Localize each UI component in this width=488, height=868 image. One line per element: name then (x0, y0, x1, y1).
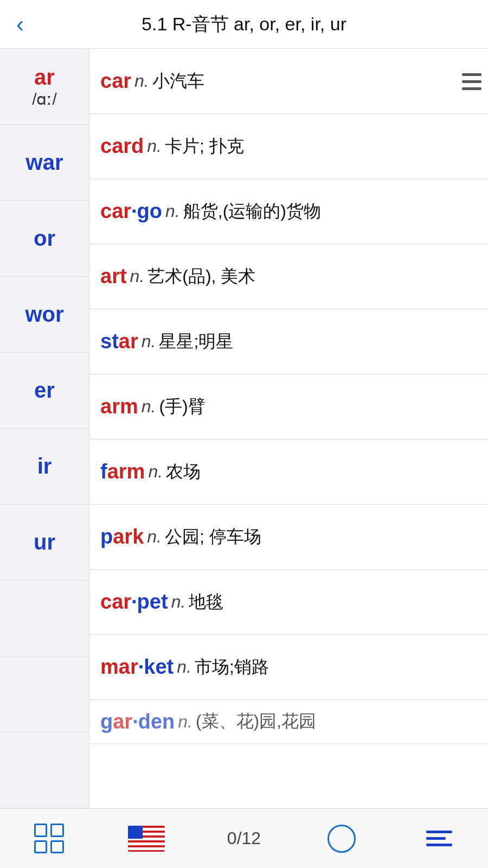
word-market-prefix: mar (100, 655, 138, 679)
grid-cell-1 (34, 824, 48, 837)
circle-icon (328, 825, 356, 853)
word-carpet-pos: n. (171, 592, 186, 612)
sidebar-item-ar[interactable]: ar /ɑː/ (0, 49, 89, 125)
word-garden-def: (菜、花)园,花园 (196, 710, 316, 733)
word-market-suffix: ·ket (138, 655, 174, 679)
menu-line-1 (462, 73, 481, 76)
sidebar-item-war[interactable]: war (0, 125, 89, 201)
word-garden-prefix: g (100, 710, 113, 733)
word-farm-def: 农场 (166, 460, 201, 484)
word-cargo-pos: n. (165, 201, 180, 221)
menu-line-2 (462, 80, 481, 83)
grid-cell-2 (50, 824, 64, 837)
nav-circle-button[interactable] (293, 825, 390, 853)
word-garden-middle: ar (113, 710, 132, 733)
word-arm: arm (100, 395, 138, 418)
grid-icon (34, 824, 64, 853)
hamburger-icon (426, 831, 452, 846)
sidebar-item-ur[interactable]: ur (0, 505, 89, 580)
word-star-middle: ar (119, 330, 138, 353)
word-art: art (100, 265, 127, 288)
word-row-carpet[interactable]: car·pet n. 地毯 (89, 570, 488, 635)
sidebar-item-ir[interactable]: ir (0, 429, 89, 505)
word-row-star[interactable]: star n. 星星;明星 (89, 309, 488, 374)
nav-flag-button[interactable] (98, 826, 195, 852)
hamburger-line-3 (426, 844, 452, 846)
hamburger-line-1 (426, 831, 452, 833)
page-title: 5.1 R-音节 ar, or, er, ir, ur (142, 12, 346, 37)
flag-canton (128, 826, 143, 839)
grid-cell-4 (50, 840, 64, 854)
word-row-car[interactable]: car n. 小汽车 (89, 49, 488, 114)
menu-lines-icon (462, 73, 481, 90)
header: ‹ 5.1 R-音节 ar, or, er, ir, ur (0, 0, 488, 49)
nav-grid-button[interactable] (0, 824, 98, 853)
flag-icon (128, 826, 165, 852)
word-arm-def: (手)臂 (159, 395, 205, 419)
word-star-pos: n. (142, 331, 156, 352)
word-farm-middle: arm (107, 460, 145, 483)
word-garden-suffix: ·den (132, 710, 175, 733)
word-car: car (100, 69, 131, 93)
sidebar-phonetic-ar: /ɑː/ (32, 90, 57, 108)
word-art-def: 艺术(品), 美术 (147, 265, 255, 289)
word-park-pos: n. (147, 527, 162, 547)
word-car-pos: n. (134, 71, 149, 91)
sidebar: ar /ɑː/ war or wor er ir ur (0, 49, 89, 808)
word-row-arm[interactable]: arm n. (手)臂 (89, 374, 488, 439)
nav-count-display: 0/12 (195, 828, 293, 848)
sidebar-item-or[interactable]: or (0, 201, 89, 277)
word-row-market[interactable]: mar·ket n. 市场;销路 (89, 635, 488, 700)
word-row-art[interactable]: art n. 艺术(品), 美术 (89, 244, 488, 309)
nav-menu-button[interactable] (390, 831, 488, 846)
word-garden-pos: n. (178, 712, 192, 732)
word-park-prefix: p (100, 525, 113, 548)
menu-icon[interactable] (455, 49, 488, 114)
sidebar-item-wor[interactable]: wor (0, 277, 89, 353)
word-card-pos: n. (147, 136, 162, 156)
word-farm-pos: n. (148, 462, 163, 482)
word-star-prefix: st (100, 330, 119, 353)
word-art-pos: n. (130, 266, 145, 286)
word-cargo-prefix: car (100, 200, 131, 223)
word-car-def: 小汽车 (152, 69, 204, 93)
sidebar-item-er[interactable]: er (0, 353, 89, 429)
word-carpet-suffix: ·pet (131, 590, 168, 614)
hamburger-line-2 (426, 837, 446, 840)
word-park-def: 公园; 停车场 (165, 525, 261, 549)
bottom-nav: 0/12 (0, 808, 488, 868)
word-cargo-suffix: ·go (131, 200, 162, 223)
sidebar-item-blank2 (0, 656, 89, 732)
sidebar-item-blank3 (0, 732, 89, 808)
word-row-cargo[interactable]: car·go n. 船货,(运输的)货物 (89, 179, 488, 244)
grid-cell-3 (34, 840, 48, 854)
word-farm-prefix: f (100, 460, 107, 483)
word-carpet-def: 地毯 (189, 590, 223, 614)
back-button[interactable]: ‹ (16, 11, 24, 37)
word-star-def: 星星;明星 (159, 330, 233, 354)
word-carpet-prefix: car (100, 590, 131, 614)
main-content: ar /ɑː/ war or wor er ir ur car n. 小汽车 (0, 49, 488, 808)
word-count: 0/12 (227, 828, 261, 848)
word-row-park[interactable]: park n. 公园; 停车场 (89, 505, 488, 570)
menu-line-3 (462, 87, 481, 90)
word-row-farm[interactable]: farm n. 农场 (89, 439, 488, 505)
word-park-middle: ark (113, 525, 144, 548)
sidebar-item-blank1 (0, 580, 89, 656)
word-market-def: 市场;销路 (195, 655, 269, 679)
word-cargo-def: 船货,(运输的)货物 (183, 200, 321, 224)
word-card: card (100, 135, 144, 158)
word-row-garden[interactable]: gar·den n. (菜、花)园,花园 (89, 700, 488, 744)
word-arm-pos: n. (142, 397, 156, 417)
word-list: car n. 小汽车 card n. 卡片; 扑克 car·go n. 船货,(… (89, 49, 488, 808)
word-row-card[interactable]: card n. 卡片; 扑克 (89, 114, 488, 179)
sidebar-label-ar: ar (34, 65, 55, 90)
word-market-pos: n. (177, 657, 191, 677)
word-card-def: 卡片; 扑克 (165, 135, 244, 158)
